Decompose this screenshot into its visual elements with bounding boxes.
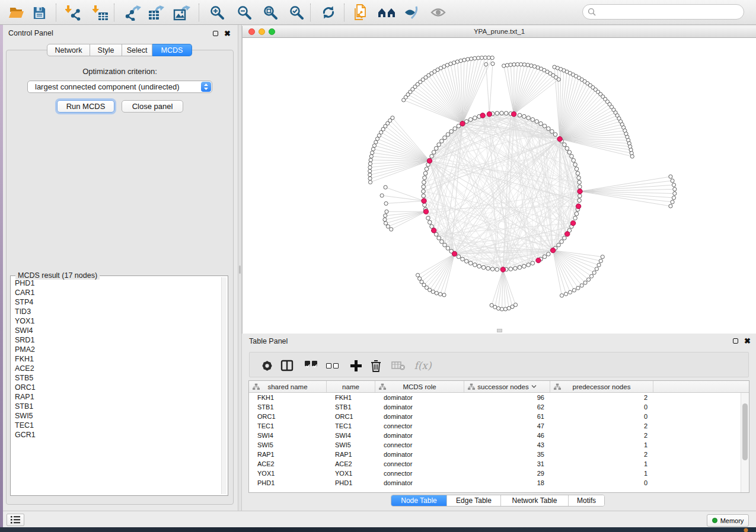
- network-node[interactable]: [476, 56, 480, 60]
- network-node[interactable]: [563, 143, 567, 147]
- network-node[interactable]: [423, 171, 428, 175]
- network-node[interactable]: [384, 201, 388, 205]
- mcds-result-list[interactable]: PHD1CAR1STP4TID3YOX1SWI4SRD1PMA2FKH1ACE2…: [11, 278, 219, 494]
- deselect-all-button[interactable]: [323, 357, 341, 374]
- network-node[interactable]: [461, 257, 465, 261]
- network-node[interactable]: [671, 200, 674, 204]
- network-node[interactable]: [547, 252, 551, 257]
- network-node[interactable]: [560, 240, 564, 244]
- network-node[interactable]: [428, 288, 432, 291]
- function-builder-button[interactable]: f(x): [411, 357, 435, 374]
- node-table-body[interactable]: FKH1FKH1dominator962STB1STB1dominator620…: [249, 393, 741, 492]
- network-node[interactable]: [435, 291, 438, 295]
- network-hub-node[interactable]: [487, 111, 492, 116]
- tab-style[interactable]: Style: [90, 44, 122, 56]
- network-node[interactable]: [426, 216, 430, 220]
- network-node[interactable]: [446, 246, 450, 251]
- network-node[interactable]: [504, 111, 508, 116]
- network-hub-node[interactable]: [431, 228, 436, 233]
- network-node[interactable]: [468, 261, 473, 265]
- network-hub-node[interactable]: [422, 198, 426, 203]
- network-node[interactable]: [375, 137, 379, 140]
- network-node[interactable]: [491, 62, 495, 65]
- network-node[interactable]: [385, 210, 388, 213]
- network-node[interactable]: [564, 292, 567, 296]
- column-header-predecessor-nodes[interactable]: predecessor nodes: [550, 381, 653, 392]
- network-node[interactable]: [390, 227, 393, 231]
- network-node[interactable]: [453, 127, 457, 131]
- import-table-button[interactable]: [91, 4, 110, 21]
- network-node[interactable]: [669, 175, 672, 178]
- network-node[interactable]: [531, 261, 535, 265]
- network-node[interactable]: [592, 271, 596, 274]
- network-node[interactable]: [384, 185, 387, 189]
- network-node[interactable]: [368, 180, 372, 184]
- network-node[interactable]: [484, 63, 488, 66]
- network-node[interactable]: [383, 218, 387, 222]
- network-node[interactable]: [673, 187, 677, 191]
- mcds-result-item[interactable]: PMA2: [11, 345, 219, 354]
- column-header-name[interactable]: name: [327, 381, 375, 392]
- column-header-mcds-role[interactable]: MCDS role: [375, 381, 464, 392]
- tab-mcds[interactable]: MCDS: [152, 44, 192, 56]
- network-hub-node[interactable]: [500, 267, 505, 272]
- network-node[interactable]: [500, 307, 503, 311]
- network-node[interactable]: [630, 155, 634, 158]
- network-node[interactable]: [572, 289, 576, 292]
- network-node[interactable]: [503, 307, 507, 311]
- network-node[interactable]: [443, 243, 447, 247]
- network-node[interactable]: [440, 139, 444, 143]
- run-mcds-button[interactable]: Run MCDS: [57, 100, 114, 113]
- network-node[interactable]: [671, 179, 674, 182]
- network-node[interactable]: [442, 293, 446, 297]
- network-node[interactable]: [543, 124, 547, 128]
- network-node[interactable]: [384, 222, 387, 225]
- network-node[interactable]: [431, 290, 435, 293]
- open-file-button[interactable]: [7, 4, 26, 21]
- select-all-button[interactable]: [302, 357, 320, 374]
- mcds-result-item[interactable]: YOX1: [11, 316, 219, 326]
- network-node[interactable]: [527, 116, 531, 120]
- network-hub-node[interactable]: [570, 220, 575, 225]
- network-node[interactable]: [422, 190, 426, 194]
- mcds-result-item[interactable]: GCR1: [11, 430, 219, 440]
- network-node[interactable]: [371, 151, 374, 155]
- network-hub-node[interactable]: [423, 209, 428, 214]
- network-node[interactable]: [493, 305, 497, 309]
- table-scrollbar[interactable]: [741, 393, 749, 492]
- network-node[interactable]: [595, 267, 598, 271]
- network-graph[interactable]: [243, 39, 756, 333]
- tab-network-table[interactable]: Network Table: [500, 495, 568, 506]
- network-node[interactable]: [586, 278, 590, 281]
- network-hub-node[interactable]: [452, 251, 457, 256]
- network-node[interactable]: [428, 220, 432, 225]
- network-node[interactable]: [449, 130, 454, 134]
- mcds-result-item[interactable]: CAR1: [11, 288, 219, 297]
- network-node[interactable]: [529, 64, 533, 68]
- export-table-button[interactable]: [146, 4, 165, 21]
- network-node[interactable]: [490, 56, 494, 59]
- table-row[interactable]: PHD1PHD1dominator180: [249, 478, 741, 488]
- save-session-button[interactable]: [30, 4, 49, 21]
- network-node[interactable]: [372, 144, 376, 148]
- mcds-result-item[interactable]: SWI4: [11, 326, 219, 335]
- mcds-list-scrollbar[interactable]: [221, 277, 227, 494]
- criterion-dropdown[interactable]: largest connected component (undirected): [27, 81, 212, 93]
- network-node[interactable]: [462, 58, 466, 62]
- close-table-panel-button[interactable]: ✖: [744, 337, 751, 345]
- network-node[interactable]: [557, 243, 561, 247]
- network-node[interactable]: [502, 64, 506, 68]
- network-node[interactable]: [425, 167, 429, 171]
- network-node[interactable]: [509, 63, 512, 66]
- mcds-result-item[interactable]: RAP1: [11, 392, 219, 402]
- network-window-titlebar[interactable]: YPA_prune.txt_1: [243, 26, 756, 38]
- network-node[interactable]: [575, 167, 579, 171]
- network-node[interactable]: [495, 111, 499, 116]
- minimize-window-icon[interactable]: [259, 28, 265, 35]
- network-node[interactable]: [495, 267, 499, 271]
- network-node[interactable]: [466, 57, 470, 61]
- network-node[interactable]: [601, 255, 604, 258]
- network-hub-node[interactable]: [536, 258, 541, 262]
- network-node[interactable]: [575, 212, 579, 216]
- tab-motifs[interactable]: Motifs: [568, 495, 604, 506]
